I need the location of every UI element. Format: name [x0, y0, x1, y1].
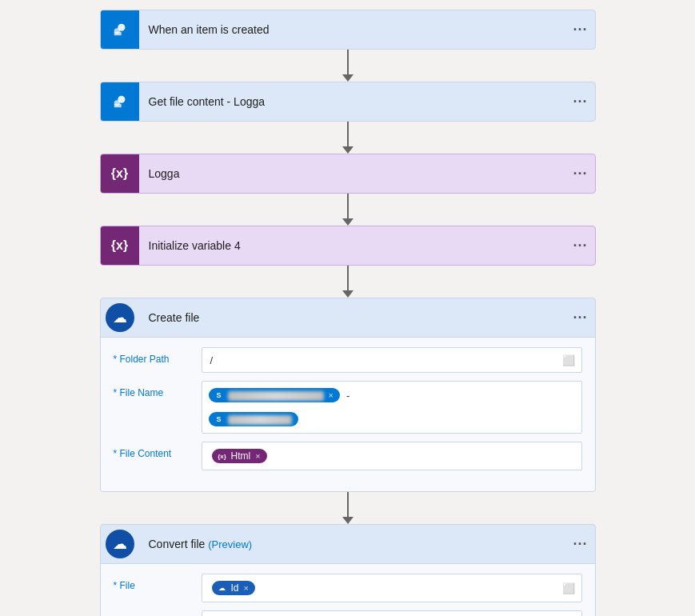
target-type-row: Target type PDF ▼ [114, 610, 582, 616]
step-get-file-card: Get file content - Logga ··· [100, 82, 596, 122]
step-create-file-card: ☁ Create file ··· * Folder Path / ⬜ * Fi… [100, 298, 596, 492]
folder-path-input[interactable]: / ⬜ [202, 347, 582, 373]
file-content-input-wrap: {x} Html × [202, 442, 582, 470]
chip-var-icon: {x} [217, 450, 228, 462]
connector-2 [342, 122, 353, 154]
chip-close-btn[interactable]: × [329, 390, 334, 400]
connector-arrow [342, 146, 353, 154]
step-logga-header[interactable]: {x} Logga ··· [101, 154, 595, 193]
connector-arrow [342, 517, 353, 524]
connector-line [347, 194, 349, 218]
connector-line [347, 50, 349, 74]
step-convert-file-card: ☁ Convert file (Preview) ··· * File ☁ Id [100, 524, 596, 616]
step-get-file-title: Get file content - Logga [139, 95, 566, 108]
connector-line [347, 122, 349, 146]
file-content-token[interactable]: {x} Html × [212, 449, 267, 463]
step-convert-file-title: Convert file (Preview) [139, 538, 566, 550]
sharepoint-icon-2 [101, 82, 139, 121]
variable-icon-logga: {x} [101, 154, 139, 193]
connector-5 [342, 492, 353, 524]
connector-arrow [342, 218, 353, 226]
step-init-var-menu[interactable]: ··· [566, 226, 595, 265]
connector-arrow [342, 74, 353, 82]
folder-icon-2: ⬜ [562, 582, 575, 594]
step-trigger-header[interactable]: When an item is created ··· [101, 10, 595, 49]
filename-token-chip[interactable]: S × [209, 388, 340, 402]
folder-path-input-wrap: / ⬜ [202, 347, 582, 373]
step-init-var-header[interactable]: {x} Initialize variable 4 ··· [101, 226, 595, 265]
chip-label [228, 390, 324, 401]
chip-after-text: - [346, 390, 349, 402]
chip-sp-icon-2: S [214, 414, 225, 425]
target-type-label: Target type [114, 610, 202, 616]
variable-icon-init: {x} [101, 226, 139, 265]
chip-html-close[interactable]: × [255, 451, 260, 461]
folder-icon: ⬜ [562, 354, 575, 366]
flow-container: When an item is created ··· Get file con… [0, 0, 695, 616]
convert-file-token[interactable]: ☁ Id × [212, 581, 255, 595]
convert-file-row: * File ☁ Id × ⬜ [114, 574, 582, 602]
svg-rect-7 [114, 104, 121, 108]
convert-title-preview: (Preview) [208, 538, 252, 550]
step-logga-title: Logga [139, 167, 566, 180]
file-name-label: * File Name [114, 381, 202, 398]
onedrive-icon-create: ☁ [101, 298, 139, 337]
step-get-file-header[interactable]: Get file content - Logga ··· [101, 82, 595, 121]
connector-line [347, 492, 349, 517]
step-convert-file-body: * File ☁ Id × ⬜ Target type [101, 563, 595, 616]
step-logga-card: {x} Logga ··· [100, 154, 596, 194]
step-convert-file-menu[interactable]: ··· [566, 525, 595, 563]
step-trigger-card: When an item is created ··· [100, 10, 596, 50]
step-create-file-title: Create file [139, 311, 566, 324]
target-type-select[interactable]: PDF ▼ [202, 610, 582, 616]
chip-label-2 [228, 414, 292, 425]
folder-path-row: * Folder Path / ⬜ [114, 347, 582, 373]
chip-od-icon: ☁ [217, 582, 228, 594]
step-logga-menu[interactable]: ··· [566, 154, 595, 193]
chip-label-html: Html [231, 450, 251, 462]
target-type-select-wrap: PDF ▼ [202, 610, 582, 616]
convert-file-label: * File [114, 574, 202, 591]
folder-path-value: / [210, 354, 214, 366]
file-name-input[interactable]: S × - S [202, 381, 582, 434]
step-create-file-body: * Folder Path / ⬜ * File Name [101, 337, 595, 491]
svg-rect-3 [114, 32, 121, 36]
chip-label-id: Id [231, 582, 239, 594]
connector-4 [342, 266, 353, 298]
folder-path-label: * Folder Path [114, 347, 202, 365]
step-trigger-title: When an item is created [139, 23, 566, 36]
connector-arrow [342, 290, 353, 298]
onedrive-icon-convert: ☁ [101, 525, 139, 563]
step-convert-file-header[interactable]: ☁ Convert file (Preview) ··· [101, 525, 595, 563]
step-create-file-menu[interactable]: ··· [566, 298, 595, 337]
convert-file-input[interactable]: ☁ Id × ⬜ [202, 574, 582, 602]
convert-file-input-wrap: ☁ Id × ⬜ [202, 574, 582, 602]
file-name-input-wrap: S × - S [202, 381, 582, 434]
file-content-input[interactable]: {x} Html × [202, 442, 582, 470]
chip-id-close[interactable]: × [244, 583, 249, 593]
filename-token-chip-2[interactable]: S [209, 412, 298, 426]
file-content-label: * File Content [114, 442, 202, 459]
convert-title-main: Convert file [149, 538, 206, 550]
chip-sp-icon: S [214, 390, 225, 401]
file-content-row: * File Content {x} Html × [114, 442, 582, 470]
step-get-file-menu[interactable]: ··· [566, 82, 595, 121]
connector-1 [342, 50, 353, 82]
step-trigger-menu[interactable]: ··· [566, 10, 595, 49]
file-name-row: * File Name S × - [114, 381, 582, 434]
step-init-var-card: {x} Initialize variable 4 ··· [100, 226, 596, 266]
connector-line [347, 266, 349, 290]
step-init-var-title: Initialize variable 4 [139, 239, 566, 252]
step-create-file-header[interactable]: ☁ Create file ··· [101, 298, 595, 337]
sharepoint-icon [101, 10, 139, 49]
connector-3 [342, 194, 353, 226]
